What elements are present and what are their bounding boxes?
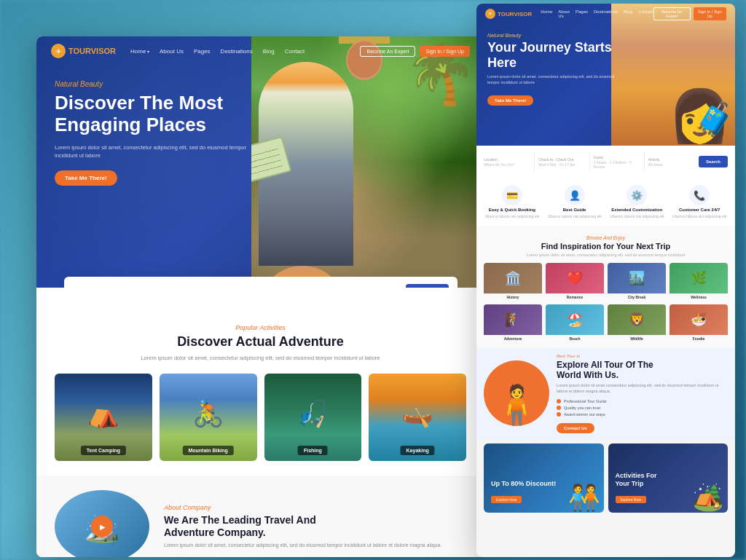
nav-item-blog[interactable]: Blog <box>263 48 275 55</box>
nav-item-destinations[interactable]: Destinations <box>221 48 253 55</box>
explore-feature-3: Award winner our ways <box>557 412 728 417</box>
search-button[interactable]: Search <box>406 284 449 288</box>
explore-title: Explore All Tour Of The World With Us. <box>557 360 728 381</box>
checkin-sublabel: Wed 4 Mar - Fri 17 Apr <box>538 162 585 167</box>
nav-item-about[interactable]: About Us <box>160 48 184 55</box>
hero-image <box>251 36 484 288</box>
activities-title: Activities For Your Trip <box>616 472 657 488</box>
feature-booking: 💳 Easy & Quick Booking Ullamco laboris n… <box>482 185 542 219</box>
inspiration-section: Browse And Enjoy Find Inspiration for Yo… <box>476 226 735 348</box>
feature-customization-title: Extended Customization <box>611 208 662 212</box>
explore-cta-button[interactable]: Contact Us <box>557 423 594 433</box>
about-image <box>55 490 149 557</box>
bottom-card-discount[interactable]: 🧑‍🤝‍🧑 Up To 80% Discount! Explore Now <box>484 443 604 513</box>
explore-feature-text-1: Professional Tour Guide <box>564 399 607 403</box>
feature-booking-title: Easy & Quick Booking <box>489 208 535 212</box>
wellness-icon: 🌿 <box>691 270 707 286</box>
tourist-figures <box>259 62 470 288</box>
biking-label: Mountain Biking <box>182 446 233 455</box>
citybreak-icon: 🏙️ <box>629 270 645 286</box>
right-nav-contact[interactable]: Contact <box>638 9 653 18</box>
activity-card-kayaking[interactable]: Kayaking <box>369 374 466 461</box>
feature-guide: 👤 Best Guide Ullamco laboris nisi adipis… <box>545 185 605 219</box>
explore-feature-text-2: Quality you can trust <box>564 406 600 410</box>
explore-feature-text-3: Award winner our ways <box>564 412 605 417</box>
right-hero-image: 🧳 <box>611 4 735 146</box>
beach-img: 🏖️ <box>546 304 604 335</box>
camping-label: Tent Camping <box>81 446 126 455</box>
right-checkin-field: Check In - Check Out Wed 4 Mar - Fri 17 … <box>538 157 585 167</box>
logo-icon <box>51 44 66 58</box>
insp-card-romance[interactable]: ❤️ Romance <box>546 263 604 301</box>
right-nav-about[interactable]: About Us <box>558 9 570 18</box>
activity-card-fishing[interactable]: Fishing <box>264 374 362 461</box>
about-section: About Company We Are The Leading Travel … <box>36 476 484 557</box>
bottom-card-activities[interactable]: 🏕️ Activities For Your Trip Explore Now <box>608 443 729 513</box>
romance-img: ❤️ <box>546 263 604 293</box>
explore-person-circle <box>484 360 549 426</box>
activities-title: Discover Actual Adventure <box>55 334 466 350</box>
foodie-img: 🍜 <box>670 304 728 335</box>
right-search-form: Location Where do You Go? Check In - Che… <box>476 146 735 178</box>
right-search-button[interactable]: Search <box>699 156 728 167</box>
become-expert-button[interactable]: Become An Expert <box>360 46 415 57</box>
discount-content: Up To 80% Discount! Explore Now <box>491 480 556 504</box>
foodie-icon: 🍜 <box>691 312 707 328</box>
right-logo: TOURVISOR <box>485 9 532 19</box>
right-nav-pages[interactable]: Pages <box>576 9 588 18</box>
about-title-line1: We Are The Leading Travel And <box>164 514 316 526</box>
nav-item-home[interactable]: Home <box>130 48 149 55</box>
explore-feature-1: Professional Tour Guide <box>557 399 728 403</box>
feature-customization-desc: Ullamco laboris nisi adipiscing elit <box>610 214 664 219</box>
insp-card-history[interactable]: 🏛️ History <box>484 263 542 301</box>
citybreak-label: City Break <box>608 293 666 301</box>
activities-subtitle: Popular Activities <box>55 324 466 331</box>
guests-label: Guest <box>594 155 640 159</box>
insp-card-wellness[interactable]: 🌿 Wellness <box>670 263 728 301</box>
right-nav-home[interactable]: Home <box>541 9 552 18</box>
about-subtitle: About Company <box>164 504 466 511</box>
activities-description: Lorem ipsum dolor sit amet, consectetur … <box>55 354 466 362</box>
activity-card-biking[interactable]: Mountain Biking <box>160 374 257 461</box>
hero-cta-button[interactable]: Take Me There! <box>55 170 117 186</box>
insp-card-wildlife[interactable]: 🦁 Wildlife <box>608 304 666 342</box>
activity-label: Activity <box>648 157 695 162</box>
insp-card-citybreak[interactable]: 🏙️ City Break <box>608 263 666 301</box>
right-hero-cta-button[interactable]: Take Me There! <box>487 95 533 106</box>
search-divider-3 <box>644 151 645 172</box>
logo: TOURVISOR <box>51 44 116 58</box>
discount-cta-button[interactable]: Explore Now <box>491 496 522 503</box>
play-button[interactable] <box>91 516 113 537</box>
guests-sublabel: 2 Adults - 1 Children - 4 Rooms <box>594 160 640 169</box>
logo-text: TOURVISOR <box>68 47 116 55</box>
about-title: We Are The Leading Travel And Adventure … <box>164 514 466 539</box>
right-nav-destinations[interactable]: Destinations <box>594 9 618 18</box>
discount-person-icon: 🧑‍🤝‍🧑 <box>568 483 600 513</box>
activity-card-camping[interactable]: Tent Camping <box>55 374 152 461</box>
feature-dot-1 <box>557 399 561 403</box>
activities-title-line2: Your Trip <box>616 480 644 487</box>
logo-accent: VISOR <box>91 47 116 55</box>
insp-card-beach[interactable]: 🏖️ Beach <box>546 304 604 342</box>
history-icon: 🏛️ <box>505 270 521 286</box>
right-become-expert-button[interactable]: Become An Expert <box>653 7 691 20</box>
hero-title-line1: Discover The Most <box>55 92 223 114</box>
insp-card-adventure[interactable]: 🧗 Adventure <box>484 304 542 342</box>
support-icon: 📞 <box>689 185 710 205</box>
activities-title-line1: Activities For <box>616 472 657 479</box>
insp-card-foodie[interactable]: 🍜 Foodie <box>670 304 728 342</box>
hero-section: TOURVISOR Home About Us Pages Destinatio… <box>36 36 484 288</box>
right-hero-section: 🧳 TOURVISOR Home About Us Pages Destinat… <box>476 4 735 146</box>
nav-item-pages[interactable]: Pages <box>194 48 211 55</box>
signin-button[interactable]: Sign In / Sign Up <box>420 46 470 57</box>
wildlife-img: 🦁 <box>608 304 666 335</box>
right-hero-subtitle: Natural Beauty <box>487 33 615 38</box>
nav-item-contact[interactable]: Contact <box>285 48 305 55</box>
search-divider-1 <box>534 151 535 172</box>
beach-label: Beach <box>546 335 604 342</box>
customization-icon: ⚙️ <box>627 185 647 205</box>
activities-cta-button[interactable]: Explore Now <box>616 496 646 503</box>
right-nav-blog[interactable]: Blog <box>624 9 632 18</box>
right-signin-button[interactable]: Sign In / Sign Up <box>694 7 726 20</box>
nav-buttons: Become An Expert Sign In / Sign Up <box>360 46 470 57</box>
